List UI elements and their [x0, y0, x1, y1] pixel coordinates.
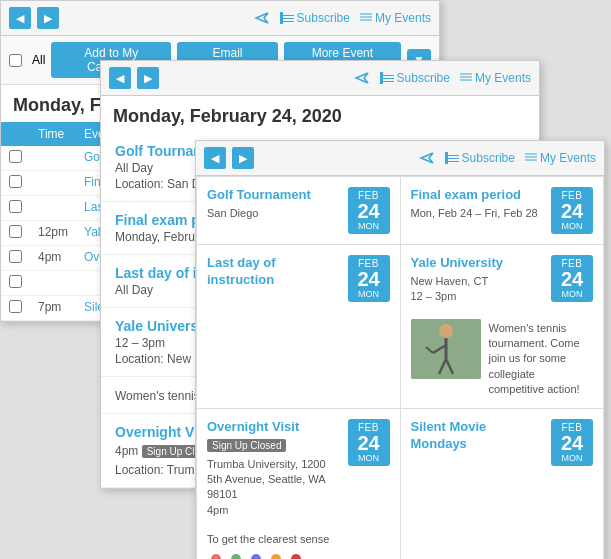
card-yale-description: Women's tennis tournament. Come join us …	[489, 321, 594, 398]
layer3-next-button[interactable]: ▶	[232, 147, 254, 169]
layer1-toolbar-right: Subscribe My Events	[254, 11, 431, 25]
event-time	[30, 271, 76, 296]
svg-rect-3	[280, 12, 283, 24]
event-time	[30, 146, 76, 171]
card-overnight-date-badge: FEB 24 MON	[348, 419, 390, 466]
select-all-checkbox[interactable]	[9, 54, 22, 67]
row-checkbox[interactable]	[9, 275, 22, 288]
layer3-myevents-link[interactable]: My Events	[525, 151, 596, 165]
row-checkbox[interactable]	[9, 200, 22, 213]
layer2-prev-button[interactable]: ◀	[109, 67, 131, 89]
layer3-toolbar: ◀ ▶ Subscribe My Events	[196, 141, 604, 176]
card-yale: Yale University New Haven, CT 12 – 3pm F…	[401, 245, 604, 408]
layer2-subscribe-label: Subscribe	[397, 71, 450, 85]
card-yale-date-badge: FEB 24 MON	[551, 255, 593, 302]
card-final-title[interactable]: Final exam period	[411, 187, 544, 204]
event-time	[30, 171, 76, 196]
myevents-link[interactable]: My Events	[360, 11, 431, 25]
card-golf-date-badge: FEB 24 MON	[348, 187, 390, 234]
card-lastday-date-badge: FEB 24 MON	[348, 255, 390, 302]
event-time: 12pm	[30, 221, 76, 246]
svg-point-28	[211, 554, 221, 559]
row-checkbox[interactable]	[9, 175, 22, 188]
layer3-prev-button[interactable]: ◀	[204, 147, 226, 169]
svg-point-22	[439, 324, 453, 338]
card-overnight-title[interactable]: Overnight Visit	[207, 419, 340, 436]
layer2-myevents-link[interactable]: My Events	[460, 71, 531, 85]
event-time	[30, 196, 76, 221]
layer2-date-header: Monday, February 24, 2020	[101, 96, 539, 133]
card-overnight-extra: To get the clearest sense	[207, 532, 390, 547]
card-overnight-signup: Sign Up Closed	[207, 436, 340, 455]
col-time: Time	[30, 122, 76, 146]
row-checkbox[interactable]	[9, 300, 22, 313]
layer1-next-button[interactable]: ▶	[37, 7, 59, 29]
layer1-prev-button[interactable]: ◀	[9, 7, 31, 29]
layer2-myevents-label: My Events	[475, 71, 531, 85]
card-golf: Golf Tournament San Diego FEB 24 MON	[197, 177, 400, 244]
signup-closed-badge: Sign Up Closed	[207, 439, 286, 452]
card-overnight: Overnight Visit Sign Up Closed Trumba Un…	[197, 409, 400, 559]
event-time: 7pm	[30, 296, 76, 321]
row-checkbox[interactable]	[9, 225, 22, 238]
layer2-share-icon[interactable]	[354, 71, 370, 85]
cards-grid: Golf Tournament San Diego FEB 24 MON Fin…	[196, 176, 604, 559]
event-time: 4pm	[30, 246, 76, 271]
col-select	[1, 122, 30, 146]
layer3-card-view: ◀ ▶ Subscribe My Events Golf Tournament …	[195, 140, 605, 559]
layer3-myevents-label: My Events	[540, 151, 596, 165]
layer1-toolbar: ◀ ▶ Subscribe My Events	[1, 1, 439, 36]
row-checkbox[interactable]	[9, 250, 22, 263]
people-icons-row	[207, 553, 390, 559]
card-lastday-title[interactable]: Last day of instruction	[207, 255, 340, 289]
card-yale-title[interactable]: Yale University	[411, 255, 544, 272]
card-silent: Silent Movie Mondays FEB 24 MON	[401, 409, 604, 559]
tennis-image	[411, 319, 481, 379]
card-lastday: Last day of instruction FEB 24 MON	[197, 245, 400, 408]
card-yale-info: Yale University New Haven, CT 12 – 3pm	[411, 255, 544, 305]
svg-rect-17	[445, 152, 448, 164]
layer2-subscribe-link[interactable]: Subscribe	[380, 71, 450, 85]
card-golf-title[interactable]: Golf Tournament	[207, 187, 340, 204]
card-silent-info: Silent Movie Mondays	[411, 419, 544, 455]
layer2-next-button[interactable]: ▶	[137, 67, 159, 89]
card-overnight-people: To get the clearest sense	[207, 530, 390, 559]
svg-point-36	[291, 554, 301, 559]
card-final-sub: Mon, Feb 24 – Fri, Feb 28	[411, 206, 544, 221]
card-lastday-info: Last day of instruction	[207, 255, 340, 291]
subscribe-link[interactable]: Subscribe	[280, 11, 350, 25]
svg-point-30	[231, 554, 241, 559]
svg-point-32	[251, 554, 261, 559]
card-overnight-sub: Trumba University, 1200 5th Avenue, Seat…	[207, 457, 340, 519]
layer3-share-icon[interactable]	[419, 151, 435, 165]
card-yale-extra: Women's tennis tournament. Come join us …	[411, 319, 594, 398]
card-final-info: Final exam period Mon, Feb 24 – Fri, Feb…	[411, 187, 544, 221]
card-final: Final exam period Mon, Feb 24 – Fri, Feb…	[401, 177, 604, 244]
svg-rect-10	[380, 72, 383, 84]
card-final-date-badge: FEB 24 MON	[551, 187, 593, 234]
row-checkbox[interactable]	[9, 150, 22, 163]
svg-point-34	[271, 554, 281, 559]
card-golf-info: Golf Tournament San Diego	[207, 187, 340, 221]
layer3-subscribe-link[interactable]: Subscribe	[445, 151, 515, 165]
card-yale-sub: New Haven, CT 12 – 3pm	[411, 274, 544, 305]
card-silent-title[interactable]: Silent Movie Mondays	[411, 419, 544, 453]
card-overnight-info: Overnight Visit Sign Up Closed Trumba Un…	[207, 419, 340, 518]
card-golf-sub: San Diego	[207, 206, 340, 221]
share-icon[interactable]	[254, 11, 270, 25]
card-silent-date-badge: FEB 24 MON	[551, 419, 593, 466]
layer2-toolbar-right: Subscribe My Events	[354, 71, 531, 85]
all-label: All	[32, 53, 45, 67]
layer3-subscribe-label: Subscribe	[462, 151, 515, 165]
layer2-toolbar: ◀ ▶ Subscribe My Events	[101, 61, 539, 96]
layer3-toolbar-right: Subscribe My Events	[419, 151, 596, 165]
